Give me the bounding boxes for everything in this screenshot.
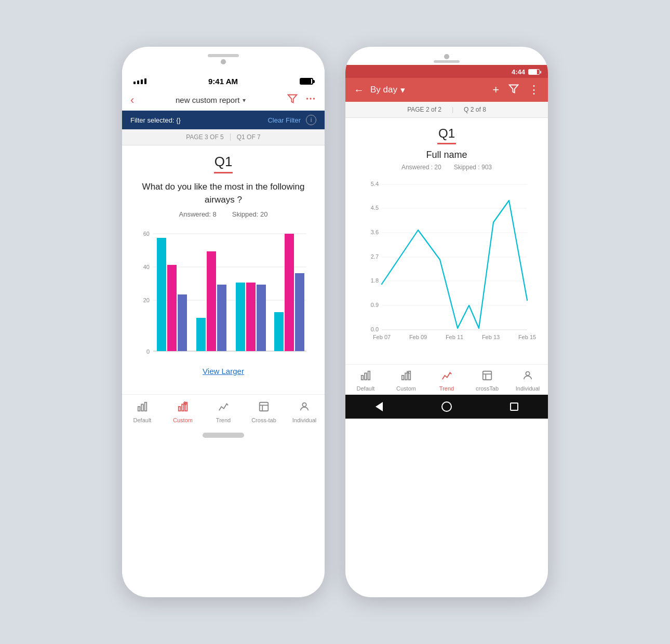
ios-nav-icons — [287, 93, 316, 107]
android-nav-back[interactable] — [373, 401, 385, 412]
android-filter-icon[interactable] — [508, 84, 519, 97]
ios-time: 9:41 AM — [208, 77, 238, 86]
ios-tab-crosstab[interactable]: Cross-tab — [248, 401, 279, 423]
ios-tab-default[interactable]: Default — [127, 401, 158, 423]
svg-text:0.0: 0.0 — [371, 326, 379, 332]
ios-top-decor — [122, 47, 325, 70]
android-tab-crosstab[interactable]: crossTab — [472, 370, 503, 392]
ios-nav-bar: ‹ new custom report ▾ — [122, 90, 325, 111]
android-back-button[interactable]: ← — [354, 84, 364, 96]
ios-page-label: PAGE 3 OF 5 — [186, 133, 223, 141]
android-q-name: Full name — [356, 150, 538, 160]
svg-rect-25 — [141, 405, 143, 411]
ios-filter-info[interactable]: i — [306, 115, 316, 125]
ios-page-divider — [230, 133, 231, 141]
ios-tab-custom[interactable]: Custom — [167, 401, 198, 423]
android-battery — [528, 69, 540, 75]
android-top-decor — [345, 47, 548, 63]
android-line-chart-svg: 0.0 0.9 1.8 2.7 3.6 4.5 5.4 Feb 07 Feb 0… — [356, 179, 538, 356]
android-tab-trend-label: Trend — [439, 385, 454, 392]
ios-answered: Answered: 8 — [179, 210, 217, 218]
svg-rect-23 — [295, 273, 304, 351]
svg-point-2 — [310, 98, 311, 99]
android-answered: Answered : 20 — [401, 164, 441, 171]
svg-text:60: 60 — [143, 231, 150, 237]
ios-clear-filter[interactable]: Clear Filter — [267, 116, 301, 124]
svg-text:4.5: 4.5 — [371, 205, 379, 211]
ios-battery — [300, 78, 313, 85]
svg-rect-12 — [157, 238, 166, 351]
android-tab-custom-label: Custom — [396, 385, 416, 392]
svg-text:Feb 09: Feb 09 — [409, 334, 427, 340]
android-title-chevron[interactable]: ▾ — [400, 85, 405, 96]
android-speaker — [434, 60, 460, 63]
android-q-number: Q1 — [356, 126, 538, 141]
svg-text:5.4: 5.4 — [371, 181, 379, 187]
android-tab-default[interactable]: Default — [350, 370, 381, 392]
ios-q-text: What do you like the most in the followi… — [132, 181, 314, 206]
android-page-bar: PAGE 2 of 2 | Q 2 of 8 — [345, 102, 548, 118]
svg-text:40: 40 — [143, 264, 150, 270]
ios-bar-chart: 60 40 20 0 — [132, 226, 314, 361]
android-content: Q1 Full name Answered : 20 Skipped : 903… — [345, 118, 548, 364]
svg-marker-0 — [288, 95, 297, 103]
android-line-chart: 0.0 0.9 1.8 2.7 3.6 4.5 5.4 Feb 07 Feb 0… — [356, 179, 538, 356]
android-nav-home[interactable] — [441, 401, 452, 412]
android-tab-individual[interactable]: Individual — [512, 370, 543, 392]
ios-filter-icon[interactable] — [287, 93, 298, 106]
svg-text:2.7: 2.7 — [371, 253, 379, 260]
android-skipped: Skipped : 903 — [454, 164, 492, 171]
ios-home-indicator — [122, 426, 325, 444]
android-toolbar-title: By day ▾ — [370, 85, 486, 96]
svg-rect-16 — [207, 251, 216, 351]
ios-content: Q1 What do you like the most in the foll… — [122, 145, 325, 394]
android-add-button[interactable]: + — [492, 83, 499, 97]
ios-more-icon[interactable] — [305, 93, 316, 107]
ios-title-chevron[interactable]: ▾ — [243, 97, 246, 104]
android-tab-custom[interactable]: Custom — [391, 370, 422, 392]
svg-marker-35 — [510, 85, 518, 92]
svg-text:0: 0 — [146, 348, 150, 355]
android-trend-icon — [441, 370, 452, 384]
android-more-icon[interactable]: ⋮ — [528, 83, 540, 97]
ios-nav-title: new custom report ▾ — [176, 96, 246, 104]
svg-text:0.9: 0.9 — [371, 302, 379, 308]
svg-rect-28 — [182, 405, 184, 411]
svg-text:Feb 13: Feb 13 — [482, 334, 500, 340]
svg-text:Feb 15: Feb 15 — [518, 334, 536, 340]
ios-filter-label: Filter selected: {} — [130, 116, 181, 124]
android-tab-trend[interactable]: Trend — [431, 370, 462, 392]
android-toolbar-icons: + ⋮ — [492, 83, 540, 97]
ios-battery-fill — [301, 79, 311, 84]
ios-camera — [221, 59, 226, 64]
svg-rect-24 — [138, 407, 140, 411]
android-crosstab-icon — [481, 370, 493, 384]
ios-report-title: new custom report — [176, 96, 239, 104]
android-title-text: By day — [370, 85, 397, 95]
ios-tab-individual[interactable]: Individual — [289, 401, 320, 423]
svg-rect-19 — [246, 283, 256, 351]
svg-rect-59 — [405, 373, 407, 380]
svg-rect-21 — [274, 312, 284, 351]
svg-text:Feb 11: Feb 11 — [446, 334, 463, 340]
android-line-chart-line — [382, 200, 527, 328]
svg-rect-61 — [483, 371, 492, 380]
ios-custom-icon — [177, 401, 189, 415]
ios-default-icon — [137, 401, 148, 415]
android-home-circle — [441, 401, 452, 412]
android-nav-recent[interactable] — [508, 401, 520, 412]
android-bottom-tabs: Default Custom Trend — [345, 364, 548, 395]
ios-filter-bar: Filter selected: {} Clear Filter i — [122, 111, 325, 129]
svg-rect-13 — [167, 265, 177, 351]
android-q-underline — [437, 143, 456, 144]
ios-q-number: Q1 — [132, 154, 314, 170]
android-toolbar: ← By day ▾ + ⋮ — [345, 78, 548, 102]
ios-view-larger[interactable]: View Larger — [132, 367, 314, 375]
svg-text:1.8: 1.8 — [371, 277, 379, 284]
android-individual-icon — [522, 370, 533, 384]
ios-phone: 9:41 AM ‹ new custom report ▾ — [122, 47, 325, 597]
ios-back-button[interactable]: ‹ — [130, 93, 134, 107]
ios-bar-chart-svg: 60 40 20 0 — [132, 226, 314, 361]
ios-tab-trend[interactable]: Trend — [208, 401, 239, 423]
svg-rect-15 — [196, 318, 206, 351]
